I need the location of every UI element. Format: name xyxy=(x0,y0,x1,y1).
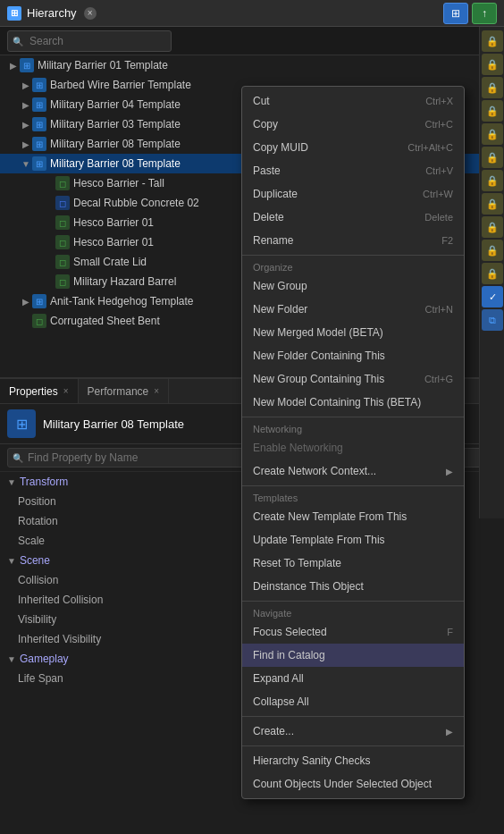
context-menu: Cut Ctrl+X Copy Ctrl+C Copy MUID Ctrl+Al… xyxy=(241,86,465,799)
ctx-new-model-containing[interactable]: New Model Containing This (BETA) xyxy=(242,391,464,414)
lock-icon-8[interactable]: 🔒 xyxy=(482,193,503,215)
ctx-create-network-context[interactable]: Create Network Context... ▶ xyxy=(242,459,464,483)
copy-icon[interactable]: ⧉ xyxy=(482,309,503,331)
lock-icon-7[interactable]: 🔒 xyxy=(482,170,503,191)
ctx-paste-label: Paste xyxy=(253,164,425,177)
check-icon[interactable]: ✓ xyxy=(482,286,503,307)
lock-icon-3[interactable]: 🔒 xyxy=(482,77,503,98)
upload-button[interactable]: ↑ xyxy=(472,3,497,24)
item-label: Military Barrier 08 Template xyxy=(50,138,181,150)
hierarchy-header: ⊞ Hierarchy × ⊞ ↑ xyxy=(0,0,504,27)
ctx-create-new-template-label: Create New Template From This xyxy=(253,510,453,523)
lock-icon-4[interactable]: 🔒 xyxy=(482,100,503,122)
item-label: Military Barrier 03 Template xyxy=(50,118,181,131)
prop-name: Rotation xyxy=(18,515,125,527)
item-label: Hesco Barrier - Tall xyxy=(73,177,164,190)
expand-arrow xyxy=(43,236,55,249)
ctx-new-merged-label: New Merged Model (BETA) xyxy=(253,326,453,339)
ctx-delete[interactable]: Delete Delete xyxy=(242,206,464,229)
search-input[interactable] xyxy=(7,30,172,52)
ctx-expand-all-label: Expand All xyxy=(253,672,453,685)
lock-icon-6[interactable]: 🔒 xyxy=(482,147,503,168)
ctx-new-folder-containing[interactable]: New Folder Containing This xyxy=(242,344,464,367)
expand-arrow: ▶ xyxy=(20,138,32,150)
ctx-separator-3 xyxy=(242,485,464,486)
ctx-delete-label: Delete xyxy=(253,211,424,223)
item-icon: ⊞ xyxy=(32,117,46,131)
tab-properties-close[interactable]: × xyxy=(63,386,69,396)
lock-icon-2[interactable]: 🔒 xyxy=(482,54,503,75)
ctx-reset-to-template[interactable]: Reset To Template xyxy=(242,552,464,575)
ctx-find-in-catalog-label: Find in Catalog xyxy=(253,649,453,661)
ctx-arrow: ▶ xyxy=(446,467,453,476)
ctx-new-group[interactable]: New Group xyxy=(242,274,464,298)
ctx-separator-2 xyxy=(242,417,464,417)
ctx-copy-muid[interactable]: Copy MUID Ctrl+Alt+C xyxy=(242,136,464,159)
close-button[interactable]: × xyxy=(84,7,97,20)
ctx-new-model-containing-label: New Model Containing This (BETA) xyxy=(253,396,453,409)
item-label: Barbed Wire Barrier Template xyxy=(50,79,191,91)
ctx-new-folder[interactable]: New Folder Ctrl+N xyxy=(242,298,464,321)
tab-performance-close[interactable]: × xyxy=(154,386,159,396)
expand-arrow: ▶ xyxy=(20,295,32,307)
search-wrap xyxy=(7,30,497,52)
ctx-cut[interactable]: Cut Ctrl+X xyxy=(242,89,464,113)
hierarchy-icon: ⊞ xyxy=(7,6,21,21)
item-label: Small Crate Lid xyxy=(73,256,147,268)
ctx-copy[interactable]: Copy Ctrl+C xyxy=(242,113,464,136)
item-icon: ◻ xyxy=(55,235,70,249)
lock-icon-11[interactable]: 🔒 xyxy=(482,263,503,284)
ctx-rename[interactable]: Rename F2 xyxy=(242,229,464,252)
ctx-collapse-all[interactable]: Collapse All xyxy=(242,690,464,713)
lock-icon-10[interactable]: 🔒 xyxy=(482,240,503,261)
ctx-enable-networking[interactable]: Enable Networking xyxy=(242,436,464,459)
ctx-create-label: Create... xyxy=(253,725,446,737)
ctx-focus-selected-shortcut: F xyxy=(447,627,453,637)
item-label: Military Hazard Barrel xyxy=(73,275,176,288)
ctx-navigate-label: Navigate xyxy=(242,604,464,620)
expand-arrow: ▶ xyxy=(7,59,20,72)
ctx-paste[interactable]: Paste Ctrl+V xyxy=(242,159,464,182)
ctx-find-in-catalog[interactable]: Find in Catalog xyxy=(242,644,464,667)
section-title: Transform xyxy=(20,476,68,488)
ctx-update-template[interactable]: Update Template From This xyxy=(242,528,464,552)
ctx-duplicate-label: Duplicate xyxy=(253,188,423,200)
ctx-create-network-context-label: Create Network Context... xyxy=(253,465,446,477)
ctx-count-objects[interactable]: Count Objects Under Selected Object xyxy=(242,772,464,796)
section-title: Gameplay xyxy=(20,653,69,665)
item-icon: ⊞ xyxy=(32,137,46,151)
ctx-focus-selected[interactable]: Focus Selected F xyxy=(242,620,464,644)
ctx-create-new-template[interactable]: Create New Template From This xyxy=(242,505,464,528)
ctx-deinstance[interactable]: Deinstance This Object xyxy=(242,575,464,598)
item-label: Hesco Barrier 01 xyxy=(73,216,154,229)
ctx-copy-shortcut: Ctrl+C xyxy=(425,119,453,130)
ctx-copy-muid-label: Copy MUID xyxy=(253,141,407,154)
item-icon: ⊞ xyxy=(32,78,46,92)
ctx-new-merged[interactable]: New Merged Model (BETA) xyxy=(242,321,464,344)
ctx-hierarchy-sanity[interactable]: Hierarchy Sanity Checks xyxy=(242,749,464,772)
item-icon: ⊞ xyxy=(20,58,34,72)
ctx-expand-all[interactable]: Expand All xyxy=(242,667,464,690)
tab-properties[interactable]: Properties × xyxy=(0,379,79,403)
expand-arrow xyxy=(43,197,55,209)
tree-item[interactable]: ▶ ⊞ Military Barrier 01 Template xyxy=(0,55,504,75)
ctx-separator-6 xyxy=(242,746,464,746)
item-label: Anit-Tank Hedgehog Template xyxy=(50,295,194,307)
ctx-duplicate[interactable]: Duplicate Ctrl+W xyxy=(242,182,464,206)
expand-arrow: ▶ xyxy=(20,98,32,111)
ctx-create[interactable]: Create... ▶ xyxy=(242,720,464,743)
item-icon: ◻ xyxy=(55,215,70,230)
ctx-hierarchy-sanity-label: Hierarchy Sanity Checks xyxy=(253,754,453,767)
lock-icon-9[interactable]: 🔒 xyxy=(482,216,503,238)
expand-arrow xyxy=(43,256,55,268)
prop-name: Inherited Collision xyxy=(18,594,125,606)
ctx-new-group-containing[interactable]: New Group Containing This Ctrl+G xyxy=(242,367,464,391)
item-icon: ⊞ xyxy=(32,294,46,308)
filter-button[interactable]: ⊞ xyxy=(443,3,468,24)
lock-icon-1[interactable]: 🔒 xyxy=(482,30,503,52)
tab-performance[interactable]: Performance × xyxy=(79,379,170,403)
lock-icon-5[interactable]: 🔒 xyxy=(482,123,503,145)
item-icon: ◻ xyxy=(32,314,46,328)
ctx-new-group-containing-shortcut: Ctrl+G xyxy=(424,374,453,384)
ctx-separator-5 xyxy=(242,716,464,717)
